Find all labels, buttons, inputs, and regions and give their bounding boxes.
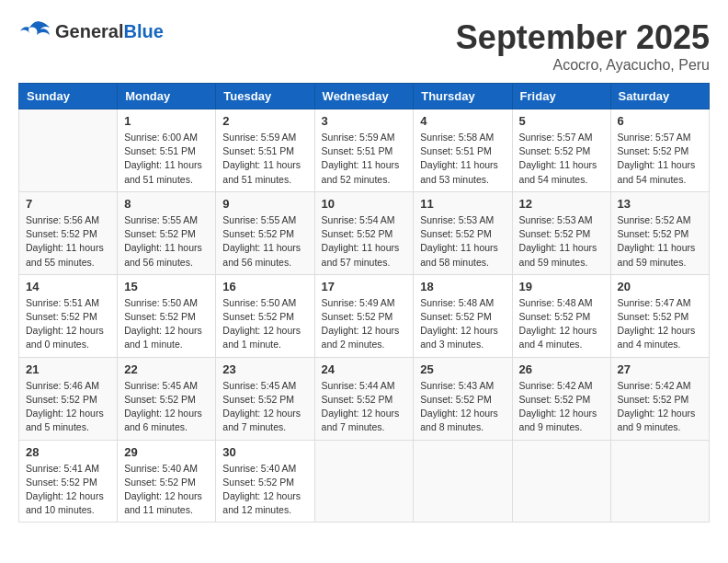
calendar-day-cell: 12Sunrise: 5:53 AM Sunset: 5:52 PM Dayli… bbox=[512, 191, 610, 274]
day-number: 30 bbox=[222, 445, 307, 459]
day-info: Sunrise: 5:42 AM Sunset: 5:52 PM Dayligh… bbox=[519, 379, 604, 435]
logo-blue: Blue bbox=[123, 21, 163, 41]
day-info: Sunrise: 5:55 AM Sunset: 5:52 PM Dayligh… bbox=[124, 213, 209, 270]
calendar-day-cell: 10Sunrise: 5:54 AM Sunset: 5:52 PM Dayli… bbox=[314, 191, 414, 274]
day-number: 7 bbox=[26, 197, 110, 211]
day-number: 17 bbox=[322, 280, 407, 293]
day-number: 6 bbox=[618, 114, 702, 128]
calendar-day-cell: 26Sunrise: 5:42 AM Sunset: 5:52 PM Dayli… bbox=[512, 357, 610, 440]
calendar-week-row: 28Sunrise: 5:41 AM Sunset: 5:52 PM Dayli… bbox=[19, 440, 710, 523]
day-number: 27 bbox=[618, 362, 702, 376]
calendar-table: SundayMondayTuesdayWednesdayThursdayFrid… bbox=[18, 83, 710, 523]
day-info: Sunrise: 5:49 AM Sunset: 5:52 PM Dayligh… bbox=[322, 296, 407, 352]
day-number: 9 bbox=[222, 197, 307, 211]
calendar-week-row: 1Sunrise: 6:00 AM Sunset: 5:51 PM Daylig… bbox=[19, 109, 710, 192]
day-info: Sunrise: 5:43 AM Sunset: 5:52 PM Dayligh… bbox=[420, 379, 505, 435]
day-number: 14 bbox=[26, 280, 110, 293]
weekday-header: Wednesday bbox=[314, 84, 414, 109]
day-number: 19 bbox=[519, 280, 604, 293]
weekday-header: Friday bbox=[512, 84, 610, 109]
calendar-day-cell: 20Sunrise: 5:47 AM Sunset: 5:52 PM Dayli… bbox=[610, 274, 709, 357]
day-info: Sunrise: 5:40 AM Sunset: 5:52 PM Dayligh… bbox=[222, 462, 307, 518]
day-number: 3 bbox=[322, 114, 407, 128]
day-number: 29 bbox=[124, 445, 209, 459]
calendar-day-cell: 5Sunrise: 5:57 AM Sunset: 5:52 PM Daylig… bbox=[512, 109, 610, 192]
calendar-week-row: 21Sunrise: 5:46 AM Sunset: 5:52 PM Dayli… bbox=[19, 357, 710, 440]
day-info: Sunrise: 5:41 AM Sunset: 5:52 PM Dayligh… bbox=[26, 462, 110, 518]
calendar-day-cell bbox=[314, 440, 414, 523]
calendar-day-cell: 16Sunrise: 5:50 AM Sunset: 5:52 PM Dayli… bbox=[216, 274, 314, 357]
day-number: 28 bbox=[26, 445, 110, 459]
logo: GeneralBlue bbox=[18, 18, 164, 44]
day-number: 8 bbox=[124, 197, 209, 211]
calendar-day-cell: 9Sunrise: 5:55 AM Sunset: 5:52 PM Daylig… bbox=[216, 191, 314, 274]
day-number: 1 bbox=[124, 114, 209, 128]
calendar-day-cell bbox=[19, 109, 118, 192]
calendar-day-cell: 27Sunrise: 5:42 AM Sunset: 5:52 PM Dayli… bbox=[610, 357, 709, 440]
calendar-week-row: 14Sunrise: 5:51 AM Sunset: 5:52 PM Dayli… bbox=[19, 274, 710, 357]
day-number: 20 bbox=[618, 280, 702, 293]
calendar-day-cell: 28Sunrise: 5:41 AM Sunset: 5:52 PM Dayli… bbox=[19, 440, 118, 523]
day-number: 15 bbox=[124, 280, 209, 293]
weekday-header: Saturday bbox=[610, 84, 709, 109]
day-number: 24 bbox=[322, 362, 407, 376]
calendar-day-cell: 23Sunrise: 5:45 AM Sunset: 5:52 PM Dayli… bbox=[216, 357, 314, 440]
day-info: Sunrise: 5:52 AM Sunset: 5:52 PM Dayligh… bbox=[618, 213, 702, 270]
calendar-day-cell: 17Sunrise: 5:49 AM Sunset: 5:52 PM Dayli… bbox=[314, 274, 414, 357]
day-number: 22 bbox=[124, 362, 209, 376]
day-number: 10 bbox=[322, 197, 407, 211]
calendar-day-cell: 4Sunrise: 5:58 AM Sunset: 5:51 PM Daylig… bbox=[414, 109, 512, 192]
weekday-header: Tuesday bbox=[216, 84, 314, 109]
calendar-day-cell: 15Sunrise: 5:50 AM Sunset: 5:52 PM Dayli… bbox=[118, 274, 216, 357]
day-info: Sunrise: 5:53 AM Sunset: 5:52 PM Dayligh… bbox=[420, 213, 505, 270]
calendar-day-cell: 13Sunrise: 5:52 AM Sunset: 5:52 PM Dayli… bbox=[610, 191, 709, 274]
calendar-day-cell: 3Sunrise: 5:59 AM Sunset: 5:51 PM Daylig… bbox=[314, 109, 414, 192]
calendar-day-cell bbox=[512, 440, 610, 523]
calendar-day-cell: 8Sunrise: 5:55 AM Sunset: 5:52 PM Daylig… bbox=[118, 191, 216, 274]
day-number: 16 bbox=[222, 280, 307, 293]
day-info: Sunrise: 5:55 AM Sunset: 5:52 PM Dayligh… bbox=[222, 213, 307, 270]
calendar-week-row: 7Sunrise: 5:56 AM Sunset: 5:52 PM Daylig… bbox=[19, 191, 710, 274]
day-info: Sunrise: 5:47 AM Sunset: 5:52 PM Dayligh… bbox=[618, 296, 702, 352]
day-number: 23 bbox=[222, 362, 307, 376]
day-info: Sunrise: 5:46 AM Sunset: 5:52 PM Dayligh… bbox=[26, 379, 110, 435]
calendar-day-cell: 11Sunrise: 5:53 AM Sunset: 5:52 PM Dayli… bbox=[414, 191, 512, 274]
day-info: Sunrise: 5:54 AM Sunset: 5:52 PM Dayligh… bbox=[322, 213, 407, 270]
calendar-day-cell: 19Sunrise: 5:48 AM Sunset: 5:52 PM Dayli… bbox=[512, 274, 610, 357]
day-info: Sunrise: 5:58 AM Sunset: 5:51 PM Dayligh… bbox=[420, 131, 505, 187]
calendar-day-cell: 14Sunrise: 5:51 AM Sunset: 5:52 PM Dayli… bbox=[19, 274, 118, 357]
calendar-day-cell bbox=[610, 440, 709, 523]
location-subtitle: Acocro, Ayacucho, Peru bbox=[456, 57, 710, 74]
title-block: September 2025 Acocro, Ayacucho, Peru bbox=[456, 18, 710, 74]
weekday-header: Monday bbox=[118, 84, 216, 109]
day-info: Sunrise: 5:48 AM Sunset: 5:52 PM Dayligh… bbox=[519, 296, 604, 352]
weekday-header: Sunday bbox=[19, 84, 118, 109]
page-header: GeneralBlue September 2025 Acocro, Ayacu… bbox=[18, 18, 710, 74]
logo-icon bbox=[18, 18, 51, 44]
calendar-day-cell: 25Sunrise: 5:43 AM Sunset: 5:52 PM Dayli… bbox=[414, 357, 512, 440]
day-info: Sunrise: 5:40 AM Sunset: 5:52 PM Dayligh… bbox=[124, 462, 209, 518]
month-title: September 2025 bbox=[456, 18, 710, 57]
day-number: 11 bbox=[420, 197, 505, 211]
day-info: Sunrise: 5:57 AM Sunset: 5:52 PM Dayligh… bbox=[519, 131, 604, 187]
day-info: Sunrise: 6:00 AM Sunset: 5:51 PM Dayligh… bbox=[124, 131, 209, 187]
calendar-day-cell: 18Sunrise: 5:48 AM Sunset: 5:52 PM Dayli… bbox=[414, 274, 512, 357]
calendar-day-cell: 29Sunrise: 5:40 AM Sunset: 5:52 PM Dayli… bbox=[118, 440, 216, 523]
calendar-day-cell: 24Sunrise: 5:44 AM Sunset: 5:52 PM Dayli… bbox=[314, 357, 414, 440]
day-number: 26 bbox=[519, 362, 604, 376]
day-number: 13 bbox=[618, 197, 702, 211]
day-info: Sunrise: 5:57 AM Sunset: 5:52 PM Dayligh… bbox=[618, 131, 702, 187]
day-info: Sunrise: 5:48 AM Sunset: 5:52 PM Dayligh… bbox=[420, 296, 505, 352]
calendar-day-cell: 30Sunrise: 5:40 AM Sunset: 5:52 PM Dayli… bbox=[216, 440, 314, 523]
calendar-day-cell: 21Sunrise: 5:46 AM Sunset: 5:52 PM Dayli… bbox=[19, 357, 118, 440]
calendar-day-cell: 7Sunrise: 5:56 AM Sunset: 5:52 PM Daylig… bbox=[19, 191, 118, 274]
day-number: 25 bbox=[420, 362, 505, 376]
day-info: Sunrise: 5:59 AM Sunset: 5:51 PM Dayligh… bbox=[222, 131, 307, 187]
calendar-day-cell: 2Sunrise: 5:59 AM Sunset: 5:51 PM Daylig… bbox=[216, 109, 314, 192]
day-number: 4 bbox=[420, 114, 505, 128]
day-info: Sunrise: 5:44 AM Sunset: 5:52 PM Dayligh… bbox=[322, 379, 407, 435]
calendar-day-cell bbox=[414, 440, 512, 523]
day-info: Sunrise: 5:45 AM Sunset: 5:52 PM Dayligh… bbox=[222, 379, 307, 435]
day-info: Sunrise: 5:50 AM Sunset: 5:52 PM Dayligh… bbox=[222, 296, 307, 352]
calendar-day-cell: 1Sunrise: 6:00 AM Sunset: 5:51 PM Daylig… bbox=[118, 109, 216, 192]
